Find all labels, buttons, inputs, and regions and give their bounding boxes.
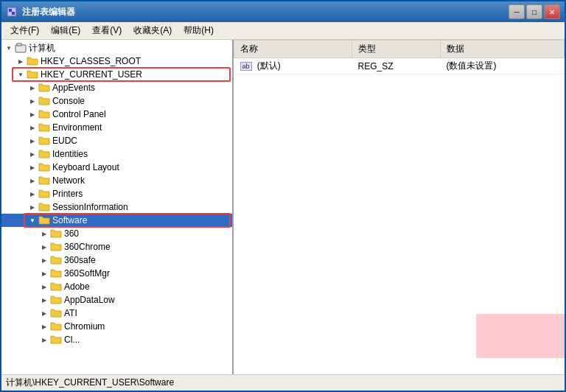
expand-appdatalow[interactable]: ▶ [38,294,50,306]
expand-console[interactable]: ▶ [27,95,38,107]
folder-eudc-icon [38,136,50,146]
software-label: Software [52,215,87,225]
table-row[interactable]: ab (默认) REG_SZ (数值未设置) [234,58,565,74]
tree-item-hkcu[interactable]: ▼ HKEY_CURRENT_USER [1,68,232,81]
folder-console-icon [38,96,50,106]
menu-view[interactable]: 查看(V) [86,22,127,39]
tree-item-eudc[interactable]: ▶ EUDC [1,134,232,147]
network-label: Network [52,175,85,186]
expand-chromium[interactable]: ▶ [38,321,50,332]
tree-item-console[interactable]: ▶ Console [1,94,232,108]
expand-adobe[interactable]: ▶ [38,281,50,293]
expand-360safe[interactable]: ▶ [38,254,50,266]
row-name: (默认) [257,60,281,71]
tree-item-software[interactable]: ▼ Software [1,214,232,227]
tree-item-keyboardlayout[interactable]: ▶ Keyboard Layout [1,161,232,174]
col-data: 数据 [441,41,565,58]
folder-more-icon [50,335,62,345]
tree-item-360[interactable]: ▶ 360 [1,227,232,240]
expand-computer[interactable]: ▼ [3,42,15,54]
tree-item-360safe[interactable]: ▶ 360safe [1,253,232,267]
folder-hkcr-icon [27,56,38,66]
tree-item-appevents[interactable]: ▶ AppEvents [1,81,232,94]
expand-eudc[interactable]: ▶ [27,135,38,147]
tree-item-network[interactable]: ▶ Network [1,174,232,187]
tree-item-printers[interactable]: ▶ Printers [1,187,232,200]
folder-sessioninfo-icon [38,202,50,212]
row-name-cell: ab (默认) [234,58,352,74]
folder-360safe-icon [50,255,62,265]
expand-identities[interactable]: ▶ [27,148,38,160]
expand-hkcu[interactable]: ▼ [15,69,27,80]
expand-hkcr[interactable]: ▶ [15,55,27,67]
hkcu-label: HKEY_CURRENT_USER [41,69,142,80]
expand-360softmgr[interactable]: ▶ [38,267,50,279]
folder-360softmgr-icon [50,268,62,279]
registry-table: 名称 类型 数据 ab (默认) REG_SZ (数值未设置) [234,40,565,74]
sessioninfo-label: SessionInformation [52,202,128,212]
expand-network[interactable]: ▶ [27,175,38,186]
tree-pane[interactable]: ▼ 计算机 ▶ HKEY_CLASSES_ROOT [1,40,234,374]
menu-file[interactable]: 文件(F) [4,22,45,39]
tree-item-appdatalow[interactable]: ▶ AppDataLow [1,293,232,307]
expand-keyboardlayout[interactable]: ▶ [27,161,38,173]
window-title: 注册表编辑器 [22,6,509,18]
main-content: ▼ 计算机 ▶ HKEY_CLASSES_ROOT [1,40,565,374]
360safe-label: 360safe [64,255,96,265]
menubar: 文件(F) 编辑(E) 查看(V) 收藏夹(A) 帮助(H) [1,22,565,40]
folder-appdatalow-icon [50,295,62,305]
minimize-button[interactable]: ─ [509,4,525,19]
tree-item-adobe[interactable]: ▶ Adobe [1,280,232,293]
chromium-label: Chromium [64,321,105,332]
360-label: 360 [64,228,79,239]
software-wrapper: ▼ Software [1,214,232,227]
tree-item-hkcr[interactable]: ▶ HKEY_CLASSES_ROOT [1,55,232,68]
expand-360[interactable]: ▶ [38,228,50,239]
row-type: REG_SZ [352,58,441,74]
svg-rect-4 [17,43,21,46]
folder-chromium-icon [50,321,62,332]
statusbar: 计算机\HKEY_CURRENT_USER\Software [1,374,565,391]
tree-item-sessioninfo[interactable]: ▶ SessionInformation [1,200,232,214]
folder-keyboardlayout-icon [38,162,50,172]
expand-appevents[interactable]: ▶ [27,82,38,94]
folder-printers-icon [38,189,50,199]
folder-identities-icon [38,149,50,159]
restore-button[interactable]: □ [526,4,542,19]
menu-edit[interactable]: 编辑(E) [45,22,86,39]
tree-item-environment[interactable]: ▶ Environment [1,121,232,134]
tree-item-more[interactable]: ▶ Cl... [1,333,232,346]
tree-item-computer[interactable]: ▼ 计算机 [1,41,232,55]
expand-environment[interactable]: ▶ [27,122,38,133]
expand-360chrome[interactable]: ▶ [38,241,50,253]
expand-more[interactable]: ▶ [38,334,50,346]
reg-ab-icon: ab [240,62,252,71]
folder-environment-icon [38,122,50,133]
expand-ati[interactable]: ▶ [38,307,50,319]
statusbar-text: 计算机\HKEY_CURRENT_USER\Software [6,377,174,389]
tree-item-identities[interactable]: ▶ Identities [1,147,232,161]
menu-favorites[interactable]: 收藏夹(A) [127,22,178,39]
expand-sessioninfo[interactable]: ▶ [27,201,38,213]
tree-item-controlpanel[interactable]: ▶ Control Panel [1,108,232,121]
controlpanel-label: Control Panel [52,109,106,119]
tree-item-ati[interactable]: ▶ ATI [1,307,232,320]
menu-help[interactable]: 帮助(H) [178,22,220,39]
col-name: 名称 [234,41,352,58]
folder-appevents-icon [38,83,50,93]
ati-label: ATI [64,308,77,318]
expand-software[interactable]: ▼ [27,214,38,226]
titlebar: 注册表编辑器 ─ □ ✕ [1,1,565,22]
tree-item-360chrome[interactable]: ▶ 360Chrome [1,240,232,253]
folder-adobe-icon [50,281,62,292]
more-label: Cl... [64,335,80,345]
close-button[interactable]: ✕ [544,4,560,19]
expand-printers[interactable]: ▶ [27,188,38,200]
tree-item-chromium[interactable]: ▶ Chromium [1,320,232,333]
expand-controlpanel[interactable]: ▶ [27,108,38,120]
titlebar-icon [6,6,18,18]
printers-label: Printers [52,189,83,199]
environment-label: Environment [52,122,102,133]
computer-icon [15,43,27,53]
tree-item-360softmgr[interactable]: ▶ 360SoftMgr [1,267,232,280]
